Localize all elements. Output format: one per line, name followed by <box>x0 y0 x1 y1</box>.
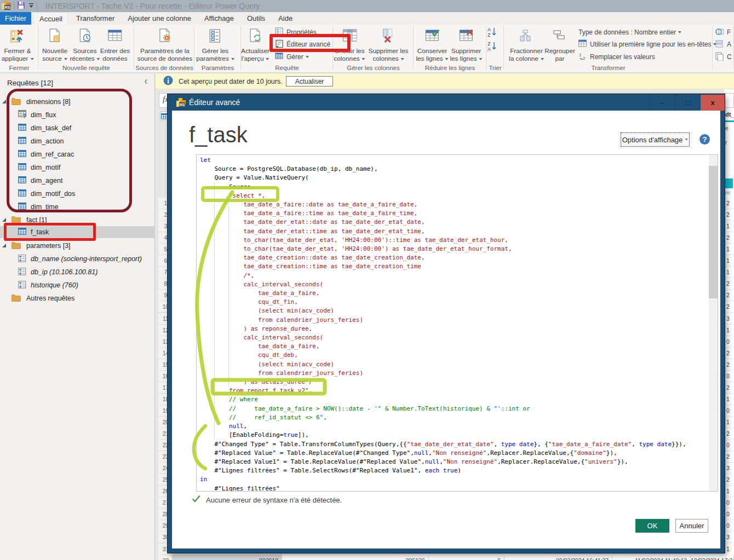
code-line: tae_date_der_etat::time as tae_date_der_… <box>200 227 686 236</box>
grid-cell-fragment: 2 <box>726 428 734 440</box>
grid-cell: 805636 <box>282 555 429 560</box>
code-line: tae_date_creation::date as tae_date_crea… <box>200 253 686 262</box>
maximize-button[interactable]: □ <box>675 95 701 111</box>
grid-cell-fragment: 0 <box>726 497 734 509</box>
code-line: to_char(tae_date_der_etat, 'HH24:00:00')… <box>200 236 686 245</box>
grid-cell: 09/03/2024 16:41:37 <box>504 555 612 560</box>
code-line: "select *, <box>200 192 686 200</box>
column-header-fragment: dt_ <box>725 111 734 118</box>
code-line: calc_interval_seconds( <box>200 280 686 289</box>
code-line: from calendrier_jours_feries) <box>200 316 686 325</box>
code-line: calc_interval_seconds( <box>200 333 686 342</box>
quality-text-fragment: r <box>725 140 727 146</box>
code-line: Query = Value.NativeQuery( <box>200 174 686 182</box>
code-line: #"Replaced Value" = Table.ReplaceValue(#… <box>200 449 686 458</box>
quality-text-fragment: e <box>725 125 729 131</box>
query-name-heading: f_task <box>189 123 248 147</box>
code-line: from calendrier_jours_feries) <box>200 369 686 378</box>
grid-cell: 003918 <box>172 555 282 560</box>
code-line: tae_date_a_faire, <box>200 342 686 351</box>
grid-cell-fragment: 1 <box>726 221 734 232</box>
minimize-button[interactable]: – <box>649 95 675 111</box>
annotation-box-dimensions <box>7 89 132 212</box>
grid-cell-fragment: 0 <box>726 336 734 348</box>
code-line: tae_date_creation::time as tae_date_crea… <box>200 262 686 271</box>
code-line: null, <box>200 422 686 431</box>
grid-cell-fragment: 1 <box>726 486 734 497</box>
code-line: /*, <box>200 272 686 280</box>
syntax-status: Aucune erreur de syntaxe n'a été détecté… <box>192 495 342 505</box>
code-line: to_char(tae_date_der_etat, 'HH24:00:00')… <box>200 245 686 253</box>
grid-cell-fragment: 2 <box>726 278 734 290</box>
annotation-box-advanced-editor <box>269 34 351 52</box>
power-query-editor-window: RS INTERSPORT - Tache V2 - Pour recette … <box>0 0 734 560</box>
dialog-app-icon: RS <box>176 98 186 109</box>
grid-cell-fragment: 0 <box>726 440 734 451</box>
code-line: #"Lignes filtrées" = Table.SelectRows(#"… <box>200 466 686 475</box>
code-line: tae_date_der_etat::date as tae_date_der_… <box>200 218 686 227</box>
check-icon <box>192 495 200 505</box>
code-line: cqu_dt_deb, <box>200 351 686 360</box>
grid-cell-fragment: 2 <box>726 348 734 359</box>
dialog-titlebar: RS Éditeur avancé – □ x <box>168 94 725 111</box>
grid-cell-fragment: 2 <box>726 451 734 463</box>
code-line: #"Lignes filtrées" <box>200 484 686 492</box>
grid-cell-fragment: 2 <box>726 290 734 301</box>
grid-cell-fragment: 0 <box>726 405 734 417</box>
grid-cell-fragment: 3 <box>726 532 734 543</box>
dialog-body: f_task Options d'affichage ? let Source … <box>172 111 720 549</box>
grid-row-number: 32 <box>158 555 174 560</box>
scrollbar-thumb[interactable] <box>709 166 718 298</box>
dialog-title: Éditeur avancé <box>189 98 240 107</box>
advanced-editor-dialog: RS Éditeur avancé – □ x f_task Options d… <box>168 94 725 553</box>
display-options-dropdown[interactable]: Options d'affichage <box>621 132 690 147</box>
grid-cell-fragment: 2 <box>726 474 734 486</box>
chevron-down-icon <box>685 138 688 141</box>
code-line: (select min(acv_code) <box>200 360 686 369</box>
annotation-box-ftask <box>4 223 96 241</box>
code-line: Source, <box>200 183 686 192</box>
column-distribution-bar <box>725 178 733 188</box>
code-line: tae_date_a_faire::date as tae_date_a_fai… <box>200 200 686 209</box>
grid-cell-fragment: 2 <box>726 382 734 394</box>
column-quality-bar <box>725 120 734 122</box>
grid-cell-fragment: 2 <box>726 209 734 221</box>
code-line: ) as reponse_duree, <box>200 325 686 333</box>
code-line: [EnableFolding=true]), <box>200 431 686 440</box>
code-line: ) as delais_duree*/ <box>200 378 686 386</box>
code-text: let Source = PostgreSQL.Database(db_ip, … <box>200 156 686 492</box>
code-line: in <box>200 475 686 484</box>
code-line: cqu_dt_fin, <box>200 298 686 307</box>
grid-cell-fragment: 1 <box>726 544 734 555</box>
indent-guide <box>228 200 229 386</box>
grid-cell: 6 <box>429 555 504 560</box>
code-line: (select min(acv_code) <box>200 307 686 315</box>
code-line: // where <box>200 395 686 404</box>
code-line: // tae_date_a_faire > NOW()::date - '" &… <box>200 405 686 413</box>
grid-cell-fragment: 1 <box>726 244 734 255</box>
code-line: #"Replaced Value1" = Table.ReplaceValue(… <box>200 458 686 466</box>
grid-cell-fragment: 2 <box>726 232 734 244</box>
grid-cell-fragment: 3 <box>726 463 734 474</box>
code-line: Source = PostgreSQL.Database(db_ip, db_n… <box>200 165 686 174</box>
code-line: tae_date_a_faire::time as tae_date_a_fai… <box>200 209 686 218</box>
code-editor[interactable]: let Source = PostgreSQL.Database(db_ip, … <box>196 154 718 492</box>
close-button[interactable]: x <box>701 95 725 111</box>
indent-guide <box>214 182 215 438</box>
scrollbar[interactable] <box>709 155 718 491</box>
code-line: tae_date_a_faire, <box>200 289 686 298</box>
grid-cell-fragment: 1 <box>726 325 734 336</box>
ok-button[interactable]: OK <box>635 519 669 533</box>
grid-cell-fragment: 2 <box>726 359 734 371</box>
distribution-label-fragment: nc <box>725 190 731 195</box>
grid-cell-fragment: 3 <box>726 313 734 325</box>
grid-cell-fragment: 1 <box>726 267 734 278</box>
grid-cell-fragment: 1 <box>726 394 734 405</box>
grid-bottom-row: 003918805636609/03/2024 16:41:3711/03/20… <box>172 555 734 560</box>
help-icon[interactable]: ? <box>699 134 710 145</box>
code-line: let <box>200 156 686 165</box>
grid-cell-fragment: 1 <box>726 417 734 428</box>
grid-cell-fragment: 0 <box>726 509 734 520</box>
cancel-button[interactable]: Annuler <box>675 519 708 533</box>
grid-cell-fragment: 2 <box>726 198 734 209</box>
